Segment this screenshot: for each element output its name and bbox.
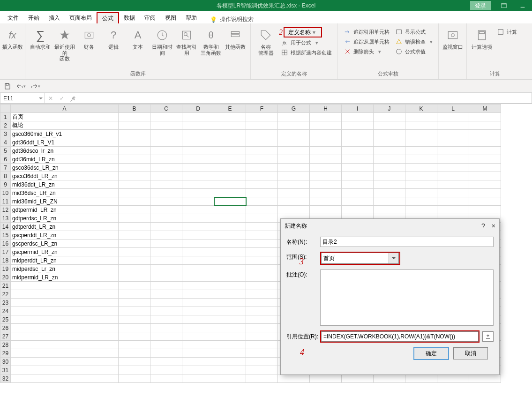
cell[interactable]: midpermid_LR_zn: [11, 273, 119, 282]
error-check-button[interactable]: 错误检查▾: [393, 37, 435, 46]
cell[interactable]: [214, 172, 246, 180]
row-header[interactable]: 18: [0, 256, 11, 265]
more-fn-button[interactable]: 其他函数: [224, 26, 247, 51]
cell[interactable]: [278, 374, 310, 383]
cell[interactable]: [150, 206, 182, 214]
cell[interactable]: [11, 358, 119, 366]
cell[interactable]: [182, 172, 214, 180]
cell[interactable]: [437, 155, 469, 164]
cell[interactable]: [182, 265, 214, 273]
cell[interactable]: [246, 113, 278, 121]
row-header[interactable]: 20: [0, 273, 11, 282]
cell[interactable]: [342, 147, 374, 155]
cell[interactable]: mid36dsc_LR_zn: [11, 189, 119, 197]
cell[interactable]: gsco36dsc_LR_zn: [11, 164, 119, 172]
cell[interactable]: [182, 273, 214, 282]
cell[interactable]: [182, 307, 214, 315]
cell[interactable]: gscperdsc_LR_zn: [11, 239, 119, 248]
cell[interactable]: gsco36ddt_LR_zn: [11, 172, 119, 180]
row-header[interactable]: 14: [0, 223, 11, 231]
cell[interactable]: [437, 172, 469, 180]
cell[interactable]: [182, 113, 214, 121]
cell[interactable]: [342, 172, 374, 180]
cell[interactable]: gdtpermid_LR_zn: [11, 206, 119, 214]
cell[interactable]: [11, 307, 119, 315]
cell[interactable]: [150, 147, 182, 155]
cell[interactable]: [150, 374, 182, 383]
cell[interactable]: [246, 349, 278, 358]
column-header[interactable]: A: [11, 105, 119, 113]
cell[interactable]: [469, 147, 501, 155]
cell[interactable]: [150, 307, 182, 315]
cell[interactable]: [405, 189, 437, 197]
refers-input[interactable]: =INDEX(GET.WORKBOOK(1),ROW(A1))&T(NOW()): [321, 331, 479, 342]
cell[interactable]: [150, 121, 182, 130]
cell[interactable]: [246, 374, 278, 383]
cell[interactable]: [182, 231, 214, 239]
row-header[interactable]: 25: [0, 315, 11, 324]
column-header[interactable]: K: [405, 105, 437, 113]
cell[interactable]: [119, 299, 150, 307]
cell[interactable]: [246, 180, 278, 189]
cell[interactable]: [214, 113, 246, 121]
cell[interactable]: [214, 273, 246, 282]
cell[interactable]: [214, 315, 246, 324]
tab-home[interactable]: 开始: [23, 12, 44, 23]
cell[interactable]: [405, 155, 437, 164]
cell[interactable]: [119, 172, 150, 180]
cancel-icon[interactable]: ✕: [45, 95, 56, 102]
cell[interactable]: [437, 138, 469, 147]
cell[interactable]: [374, 155, 405, 164]
cell[interactable]: [150, 180, 182, 189]
cell[interactable]: [342, 130, 374, 138]
row-header[interactable]: 27: [0, 332, 11, 341]
column-header[interactable]: G: [278, 105, 310, 113]
cell[interactable]: [342, 206, 374, 214]
cell[interactable]: [11, 341, 119, 349]
cell[interactable]: [405, 206, 437, 214]
cell[interactable]: [214, 231, 246, 239]
cell[interactable]: [119, 332, 150, 341]
cell[interactable]: [246, 315, 278, 324]
cell[interactable]: 概论: [11, 121, 119, 130]
cell[interactable]: [278, 138, 310, 147]
cell[interactable]: [246, 248, 278, 256]
row-header[interactable]: 2: [0, 121, 11, 130]
cell[interactable]: [246, 282, 278, 290]
minimize-icon[interactable]: [513, 0, 532, 11]
cell[interactable]: [214, 366, 246, 374]
text-fn-button[interactable]: A文本: [127, 26, 149, 51]
cell[interactable]: [214, 147, 246, 155]
cell[interactable]: [182, 349, 214, 358]
cell[interactable]: [182, 299, 214, 307]
cell[interactable]: [214, 121, 246, 130]
row-header[interactable]: 32: [0, 374, 11, 383]
tab-data[interactable]: 数据: [119, 12, 140, 23]
trace-precedents-button[interactable]: 追踪引用单元格: [342, 27, 391, 37]
cell[interactable]: [342, 180, 374, 189]
row-header[interactable]: 28: [0, 341, 11, 349]
cell[interactable]: [119, 349, 150, 358]
save-icon[interactable]: [4, 82, 11, 90]
cell[interactable]: [342, 189, 374, 197]
cell[interactable]: [119, 147, 150, 155]
cell[interactable]: [150, 358, 182, 366]
cell[interactable]: [119, 307, 150, 315]
cell[interactable]: [119, 248, 150, 256]
cell[interactable]: [374, 138, 405, 147]
cell[interactable]: gdt36ddt_LR_V1: [11, 138, 119, 147]
cell[interactable]: [246, 332, 278, 341]
cell[interactable]: [405, 180, 437, 189]
cell[interactable]: [246, 231, 278, 239]
cell[interactable]: midperdsc_Lr_zn: [11, 265, 119, 273]
cell[interactable]: [310, 155, 342, 164]
cell[interactable]: [11, 290, 119, 299]
tab-formulas[interactable]: 公式: [97, 12, 119, 23]
cell[interactable]: [469, 180, 501, 189]
financial-button[interactable]: 财务: [78, 26, 100, 51]
cell[interactable]: [246, 206, 278, 214]
undo-icon[interactable]: ▾: [16, 82, 26, 90]
cell[interactable]: [469, 172, 501, 180]
cell[interactable]: [119, 130, 150, 138]
cell[interactable]: gdtperdsc_LR_zn: [11, 214, 119, 223]
